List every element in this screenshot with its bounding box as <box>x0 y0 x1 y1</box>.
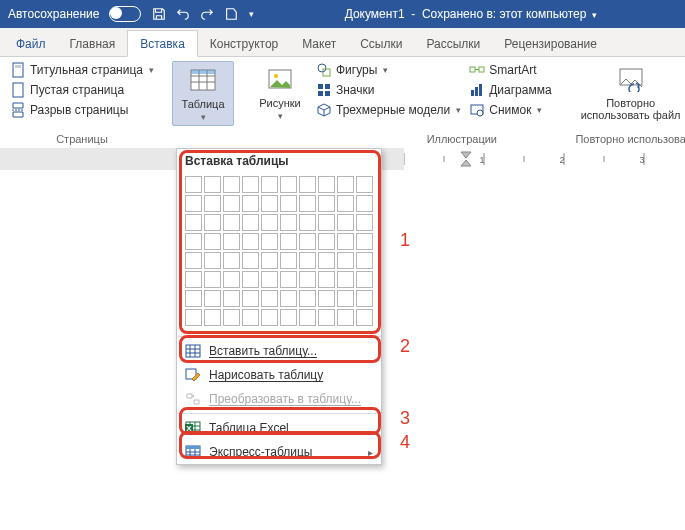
tab-file[interactable]: Файл <box>4 31 58 56</box>
grid-cell[interactable] <box>261 214 278 231</box>
grid-cell[interactable] <box>204 309 221 326</box>
tab-review[interactable]: Рецензирование <box>492 31 609 56</box>
grid-cell[interactable] <box>223 214 240 231</box>
menu-quick-tables[interactable]: Экспресс-таблицы ▸ <box>177 440 381 464</box>
grid-cell[interactable] <box>356 233 373 250</box>
grid-cell[interactable] <box>356 290 373 307</box>
grid-cell[interactable] <box>299 290 316 307</box>
qat-dropdown-icon[interactable]: ▾ <box>249 9 254 19</box>
grid-cell[interactable] <box>185 233 202 250</box>
grid-cell[interactable] <box>318 290 335 307</box>
grid-cell[interactable] <box>223 309 240 326</box>
tab-insert[interactable]: Вставка <box>127 30 198 57</box>
icons-button[interactable]: Значки <box>314 81 463 99</box>
grid-cell[interactable] <box>280 176 297 193</box>
pictures-button[interactable]: Рисунки▾ <box>250 61 310 124</box>
grid-cell[interactable] <box>223 290 240 307</box>
grid-cell[interactable] <box>337 290 354 307</box>
3d-models-button[interactable]: Трехмерные модели▾ <box>314 101 463 119</box>
tab-mailings[interactable]: Рассылки <box>414 31 492 56</box>
grid-cell[interactable] <box>280 195 297 212</box>
grid-cell[interactable] <box>280 252 297 269</box>
autosave-toggle[interactable] <box>109 6 141 22</box>
grid-cell[interactable] <box>223 176 240 193</box>
grid-cell[interactable] <box>242 233 259 250</box>
grid-cell[interactable] <box>299 271 316 288</box>
grid-cell[interactable] <box>299 176 316 193</box>
grid-cell[interactable] <box>280 271 297 288</box>
grid-cell[interactable] <box>356 252 373 269</box>
grid-cell[interactable] <box>337 176 354 193</box>
grid-cell[interactable] <box>204 290 221 307</box>
grid-cell[interactable] <box>223 271 240 288</box>
cover-page-button[interactable]: Титульная страница ▾ <box>8 61 156 79</box>
grid-cell[interactable] <box>280 214 297 231</box>
menu-insert-table[interactable]: Вставить таблицу... <box>177 339 381 363</box>
grid-cell[interactable] <box>185 214 202 231</box>
chart-button[interactable]: Диаграмма <box>467 81 553 99</box>
tab-references[interactable]: Ссылки <box>348 31 414 56</box>
tab-design[interactable]: Конструктор <box>198 31 290 56</box>
grid-cell[interactable] <box>299 309 316 326</box>
grid-cell[interactable] <box>356 176 373 193</box>
smartart-button[interactable]: SmartArt <box>467 61 553 79</box>
grid-cell[interactable] <box>261 309 278 326</box>
undo-icon[interactable] <box>175 6 191 22</box>
reuse-files-button[interactable]: Повторноиспользовать файл <box>570 61 685 123</box>
grid-cell[interactable] <box>242 195 259 212</box>
grid-cell[interactable] <box>242 290 259 307</box>
grid-cell[interactable] <box>299 195 316 212</box>
grid-cell[interactable] <box>204 214 221 231</box>
page-break-button[interactable]: Разрыв страницы <box>8 101 156 119</box>
grid-cell[interactable] <box>261 271 278 288</box>
menu-excel-table[interactable]: X Таблица Excel <box>177 416 381 440</box>
more-qat-icon[interactable] <box>223 6 239 22</box>
grid-cell[interactable] <box>337 309 354 326</box>
grid-cell[interactable] <box>356 195 373 212</box>
table-button[interactable]: Таблица▾ <box>172 61 234 126</box>
grid-cell[interactable] <box>242 271 259 288</box>
grid-cell[interactable] <box>356 309 373 326</box>
grid-cell[interactable] <box>318 176 335 193</box>
grid-cell[interactable] <box>185 195 202 212</box>
grid-cell[interactable] <box>299 214 316 231</box>
menu-draw-table[interactable]: Нарисовать таблицу <box>177 363 381 387</box>
grid-cell[interactable] <box>185 252 202 269</box>
grid-cell[interactable] <box>242 309 259 326</box>
grid-cell[interactable] <box>185 290 202 307</box>
tab-layout[interactable]: Макет <box>290 31 348 56</box>
grid-cell[interactable] <box>337 195 354 212</box>
grid-cell[interactable] <box>280 290 297 307</box>
indent-marker-icon[interactable] <box>459 148 479 170</box>
screenshot-button[interactable]: Снимок▾ <box>467 101 553 119</box>
grid-cell[interactable] <box>204 176 221 193</box>
grid-cell[interactable] <box>261 176 278 193</box>
grid-cell[interactable] <box>337 214 354 231</box>
grid-cell[interactable] <box>185 176 202 193</box>
grid-cell[interactable] <box>299 233 316 250</box>
grid-cell[interactable] <box>185 271 202 288</box>
shapes-button[interactable]: Фигуры▾ <box>314 61 463 79</box>
grid-cell[interactable] <box>356 271 373 288</box>
redo-icon[interactable] <box>199 6 215 22</box>
grid-cell[interactable] <box>242 176 259 193</box>
grid-cell[interactable] <box>337 271 354 288</box>
grid-cell[interactable] <box>261 233 278 250</box>
tab-home[interactable]: Главная <box>58 31 128 56</box>
grid-cell[interactable] <box>318 214 335 231</box>
grid-cell[interactable] <box>204 233 221 250</box>
save-icon[interactable] <box>151 6 167 22</box>
grid-cell[interactable] <box>261 290 278 307</box>
blank-page-button[interactable]: Пустая страница <box>8 81 156 99</box>
grid-cell[interactable] <box>223 252 240 269</box>
grid-cell[interactable] <box>223 195 240 212</box>
grid-cell[interactable] <box>280 309 297 326</box>
grid-cell[interactable] <box>318 233 335 250</box>
grid-cell[interactable] <box>204 195 221 212</box>
vertical-ruler[interactable] <box>0 170 25 530</box>
grid-cell[interactable] <box>261 252 278 269</box>
grid-cell[interactable] <box>318 252 335 269</box>
grid-cell[interactable] <box>356 214 373 231</box>
grid-cell[interactable] <box>318 309 335 326</box>
grid-cell[interactable] <box>299 252 316 269</box>
